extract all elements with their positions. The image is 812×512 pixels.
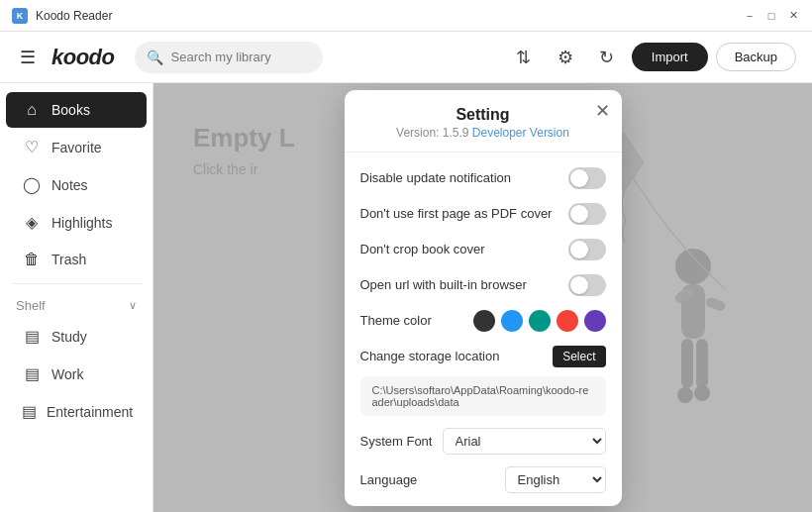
setting-open-url: Open url with built-in browser: [345, 267, 622, 303]
storage-path: C:\Users\softaro\AppData\Roaming\koodo-r…: [360, 376, 606, 416]
modal-title: Setting: [456, 106, 509, 124]
sidebar-item-entertainment-label: Entertainment: [47, 404, 133, 420]
setting-theme-color: Theme color: [345, 303, 622, 339]
language-select[interactable]: English Chinese Spanish French: [505, 466, 606, 493]
window-controls: − □ ✕: [743, 9, 800, 23]
color-teal[interactable]: [529, 310, 551, 332]
home-icon: ⌂: [22, 101, 42, 119]
theme-color-label: Theme color: [360, 313, 473, 328]
sidebar-item-entertainment[interactable]: ▤ Entertainment: [6, 393, 147, 430]
minimize-button[interactable]: −: [743, 9, 757, 23]
no-first-page-toggle[interactable]: [568, 203, 606, 225]
modal-version: Version: 1.5.9 Developer Version: [345, 124, 622, 152]
search-input[interactable]: [171, 50, 311, 64]
no-crop-toggle[interactable]: [568, 239, 606, 260]
heart-icon: ♡: [22, 138, 42, 156]
shelf-label: Shelf: [16, 298, 46, 313]
notes-icon: ◯: [22, 175, 42, 194]
setting-storage: Change storage location Select: [345, 339, 622, 374]
trash-icon: 🗑: [22, 251, 42, 268]
sidebar: ⌂ Books ♡ Favorite ◯ Notes ◈ Highlights …: [0, 83, 153, 512]
sort-button[interactable]: ⇅: [507, 41, 541, 74]
hamburger-button[interactable]: ☰: [16, 43, 40, 72]
header: ☰ koodo 🔍 ⇅ ⚙ ↻ Import Backup: [0, 32, 812, 83]
color-purple[interactable]: [584, 310, 606, 332]
sidebar-divider: [12, 283, 141, 284]
open-url-toggle[interactable]: [568, 274, 606, 296]
title-bar-left: K Koodo Reader: [12, 8, 112, 24]
work-icon: ▤: [22, 364, 42, 383]
setting-no-first-page: Don't use first page as PDF cover: [345, 196, 622, 232]
settings-modal: Setting ✕ Version: 1.5.9 Developer Versi…: [345, 90, 622, 506]
color-black[interactable]: [473, 310, 495, 332]
sidebar-item-study[interactable]: ▤ Study: [6, 318, 147, 355]
app-container: ☰ koodo 🔍 ⇅ ⚙ ↻ Import Backup ⌂ Books ♡ …: [0, 32, 812, 512]
sidebar-item-study-label: Study: [51, 329, 87, 345]
setting-search-engine: Default search engine Google Bing DuckDu…: [345, 499, 622, 506]
sidebar-item-work[interactable]: ▤ Work: [6, 356, 147, 392]
no-crop-label: Don't crop book cover: [360, 242, 568, 256]
sidebar-item-trash[interactable]: 🗑 Trash: [6, 242, 147, 277]
sidebar-item-books[interactable]: ⌂ Books: [6, 92, 147, 128]
header-actions: ⇅ ⚙ ↻ Import Backup: [507, 41, 796, 74]
highlights-icon: ◈: [22, 213, 42, 232]
developer-version-link[interactable]: Developer Version: [472, 126, 569, 140]
version-text: Version: 1.5.9: [396, 126, 468, 140]
entertainment-icon: ▤: [22, 402, 37, 421]
modal-close-button[interactable]: ✕: [595, 102, 610, 120]
sidebar-item-trash-label: Trash: [51, 252, 86, 267]
storage-select-button[interactable]: Select: [553, 346, 605, 367]
app-title: Koodo Reader: [36, 9, 112, 23]
main-content: Empty L Click the ir: [153, 83, 812, 512]
storage-label: Change storage location: [360, 349, 554, 363]
sidebar-item-notes-label: Notes: [51, 177, 88, 193]
color-red[interactable]: [557, 310, 578, 332]
modal-divider-top: [345, 152, 622, 153]
setting-no-crop: Don't crop book cover: [345, 232, 622, 267]
setting-language: Language English Chinese Spanish French: [345, 461, 622, 499]
logo: koodo: [51, 45, 115, 70]
setting-font: System Font Arial Times New Roman Verdan…: [345, 422, 622, 461]
font-label: System Font: [360, 434, 443, 449]
body: ⌂ Books ♡ Favorite ◯ Notes ◈ Highlights …: [0, 83, 812, 512]
sidebar-item-work-label: Work: [51, 366, 83, 382]
open-url-label: Open url with built-in browser: [360, 277, 568, 292]
font-select[interactable]: Arial Times New Roman Verdana Georgia: [443, 428, 606, 455]
language-label: Language: [360, 472, 505, 487]
modal-overlay: Setting ✕ Version: 1.5.9 Developer Versi…: [153, 83, 812, 512]
sidebar-item-highlights-label: Highlights: [51, 215, 112, 231]
chevron-down-icon: ∨: [129, 299, 137, 312]
settings-button[interactable]: ⚙: [549, 41, 582, 74]
import-button[interactable]: Import: [632, 43, 708, 71]
modal-header: Setting ✕: [345, 90, 622, 124]
search-icon: 🔍: [147, 50, 163, 65]
sidebar-item-books-label: Books: [51, 102, 90, 118]
no-first-page-label: Don't use first page as PDF cover: [360, 206, 568, 221]
theme-color-picker: [473, 310, 606, 332]
disable-update-toggle[interactable]: [568, 167, 606, 189]
color-blue[interactable]: [501, 310, 523, 332]
disable-update-label: Disable update notification: [360, 170, 568, 185]
close-window-button[interactable]: ✕: [786, 9, 800, 23]
setting-disable-update: Disable update notification: [345, 160, 622, 196]
search-box: 🔍: [135, 42, 323, 73]
maximize-button[interactable]: □: [764, 9, 778, 23]
backup-button[interactable]: Backup: [716, 43, 796, 71]
sidebar-item-notes[interactable]: ◯ Notes: [6, 166, 147, 203]
app-icon: K: [12, 8, 28, 24]
title-bar: K Koodo Reader − □ ✕: [0, 0, 812, 32]
search-engine-label: Default search engine: [360, 505, 476, 506]
shelf-section[interactable]: Shelf ∨: [0, 290, 152, 317]
sidebar-item-favorite[interactable]: ♡ Favorite: [6, 129, 147, 165]
study-icon: ▤: [22, 327, 42, 346]
sidebar-item-favorite-label: Favorite: [51, 140, 102, 155]
sync-button[interactable]: ↻: [590, 41, 624, 74]
sidebar-item-highlights[interactable]: ◈ Highlights: [6, 204, 147, 241]
